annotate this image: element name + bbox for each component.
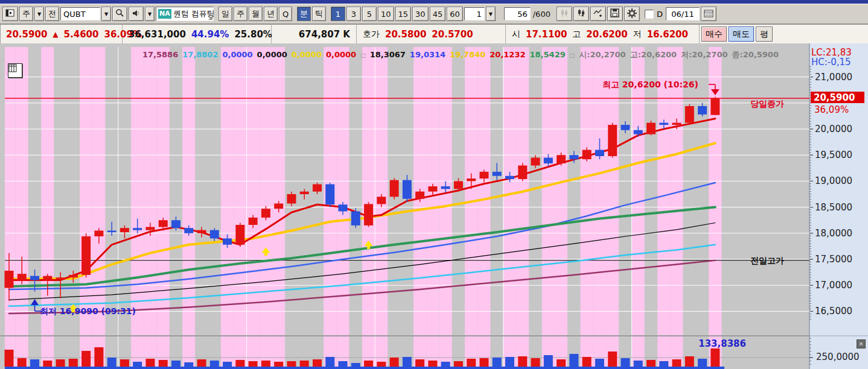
minute-mode-button[interactable]: 분 (297, 7, 311, 21)
avg-button[interactable]: 평 (756, 27, 773, 42)
price-axis-tick-label: 18,0000 (815, 228, 852, 239)
low-price: 16.6200 (647, 29, 688, 40)
price-axis-tick-label: 17,5000 (815, 254, 852, 265)
hoga-label: 호가 (363, 29, 380, 40)
interval-60-button[interactable]: 60 (447, 7, 463, 21)
info-line-value: 19,0314 (410, 50, 445, 59)
prev-day-high-label: 전일고가 (750, 256, 784, 266)
price-axis-tick-label: 19,0000 (815, 175, 852, 186)
grid-layout-button[interactable] (8, 63, 22, 78)
chevron-down-icon: ▼ (489, 11, 493, 17)
interval-30-button[interactable]: 30 (412, 7, 429, 21)
search-icon (115, 8, 124, 19)
window-layout-button[interactable] (2, 7, 18, 21)
close-icon[interactable]: × (857, 339, 866, 348)
volume: 36,631,000 (129, 29, 186, 40)
sell-button[interactable]: 매도 (729, 27, 754, 42)
frame-dropdown-button[interactable]: ▼ (34, 7, 44, 21)
interval-1-button[interactable]: 1 (331, 7, 345, 21)
period-month-button[interactable]: 월 (249, 7, 263, 21)
gear-icon (627, 8, 637, 20)
quote-hoga-cell: 호가 20.5800 20.5700 (357, 24, 506, 44)
candle-edit-button[interactable] (573, 7, 589, 21)
high-label: 고 (572, 29, 581, 40)
info-line-value: □ (360, 52, 366, 58)
info-line-value: 0,0000 (257, 50, 287, 59)
current-price-box: 20,5900 (811, 92, 864, 103)
chevron-down-icon: ▼ (104, 11, 108, 17)
stock-name-field[interactable]: NA 퀀텀 컴퓨팅 (156, 7, 214, 21)
period-quarter-button[interactable]: Q (279, 7, 292, 21)
tick-mode-button[interactable]: 틱 (312, 7, 326, 21)
chevron-down-icon: ▼ (37, 11, 41, 17)
ask-price: 20.5800 (385, 29, 426, 40)
custom-interval-input[interactable]: 1 (464, 7, 485, 20)
candle-style-off-button[interactable] (557, 7, 572, 21)
interval-3-button[interactable]: 3 (346, 7, 361, 21)
symbol-dropdown-button[interactable]: ▼ (101, 7, 111, 21)
period-week-button[interactable]: 주 (234, 7, 247, 21)
volume-axis-label: 250,0000 (816, 352, 860, 362)
open-label: 시 (512, 29, 520, 40)
trendline-add-button[interactable] (590, 7, 606, 21)
quote-row: 20.5900 ▲ 5.4600 36.09% 36,631,000 44.94… (0, 24, 868, 45)
price-axis-tick-label: 16,5000 (815, 306, 852, 317)
buy-button[interactable]: 매수 (701, 27, 727, 42)
bar-position-input[interactable]: 56 (504, 7, 531, 20)
speaker-icon (132, 9, 141, 19)
sound-button[interactable] (129, 7, 144, 21)
candlestick-chart[interactable] (0, 43, 868, 369)
quote-volume-cell: 36,631,000 44.94% 25.80% (123, 24, 272, 44)
price-change: 5.4600 (64, 29, 99, 40)
info-line-value: 17,8802 (182, 50, 218, 59)
info-line-value: □ (570, 52, 575, 58)
candlestick-add-icon (576, 8, 586, 19)
prev-symbol-button[interactable]: 전 (45, 7, 59, 21)
trading-window: 주 ▼ 전 QUBT ▼ ▼ NA 퀀텀 컴퓨팅 일 주 월 년 Q 분 틱 (0, 0, 868, 369)
resize-grip[interactable] (208, 16, 212, 20)
day-high-annotation: 최고 20,6200 (10:26) (602, 80, 698, 90)
symbol-search-button[interactable] (112, 7, 127, 21)
open-price: 17.1100 (526, 29, 567, 40)
bid-price: 20.5700 (432, 29, 473, 40)
info-line-value: 19,7840 (450, 50, 485, 59)
axis-change-percent: 36,09% (814, 104, 849, 115)
d-checkbox-label: D (655, 10, 665, 19)
info-line-value: 고:20,6200 (630, 50, 677, 59)
turnover-percent: 25.80% (234, 29, 272, 40)
info-line-value: 0,0000 (292, 50, 322, 59)
period-day-button[interactable]: 일 (219, 7, 232, 21)
info-line-value: 저:20,2700 (681, 50, 727, 59)
low-label: 저 (633, 29, 642, 40)
custom-interval-dropdown[interactable]: ▼ (486, 7, 496, 21)
sound-dropdown-button[interactable]: ▼ (145, 7, 155, 21)
info-line-value: 종:20,5900 (732, 50, 779, 59)
settings-button[interactable] (624, 7, 640, 21)
quote-value-cell: 674,807 K (272, 24, 357, 44)
candlestick-off-icon (560, 8, 569, 19)
limit-floor-label: HC:-0,15 (811, 57, 851, 68)
price-axis-tick-label: 18,5000 (815, 202, 852, 213)
period-year-button[interactable]: 년 (264, 7, 278, 21)
info-line-value: 0,0000 (222, 50, 252, 59)
symbol-input[interactable]: QUBT (60, 7, 100, 20)
interval-10-button[interactable]: 10 (378, 7, 394, 21)
interval-45-button[interactable]: 45 (430, 7, 446, 21)
last-price: 20.5900 (6, 29, 47, 40)
interval-5-button[interactable]: 5 (362, 7, 377, 21)
d-checkbox[interactable] (645, 10, 654, 19)
date-input[interactable]: 06/11 (666, 7, 700, 20)
frame-button[interactable]: 주 (19, 7, 33, 21)
trendline-add-icon (593, 8, 603, 19)
chart-toolbar: 주 ▼ 전 QUBT ▼ ▼ NA 퀀텀 컴퓨팅 일 주 월 년 Q 분 틱 (0, 4, 868, 24)
price-axis-tick-label: 17,0000 (815, 280, 852, 291)
save-icon (610, 8, 620, 19)
save-button[interactable] (607, 7, 623, 21)
info-line-value: 17,5886 (142, 50, 178, 59)
info-line-value: 0,0000 (326, 50, 356, 59)
interval-15-button[interactable]: 15 (395, 7, 412, 21)
today-close-label: 당일종가 (750, 99, 784, 110)
calendar-button[interactable] (701, 7, 716, 21)
info-line-value: 20,1232 (490, 50, 525, 59)
volume-indicator-value: 133,8386 (664, 338, 746, 349)
